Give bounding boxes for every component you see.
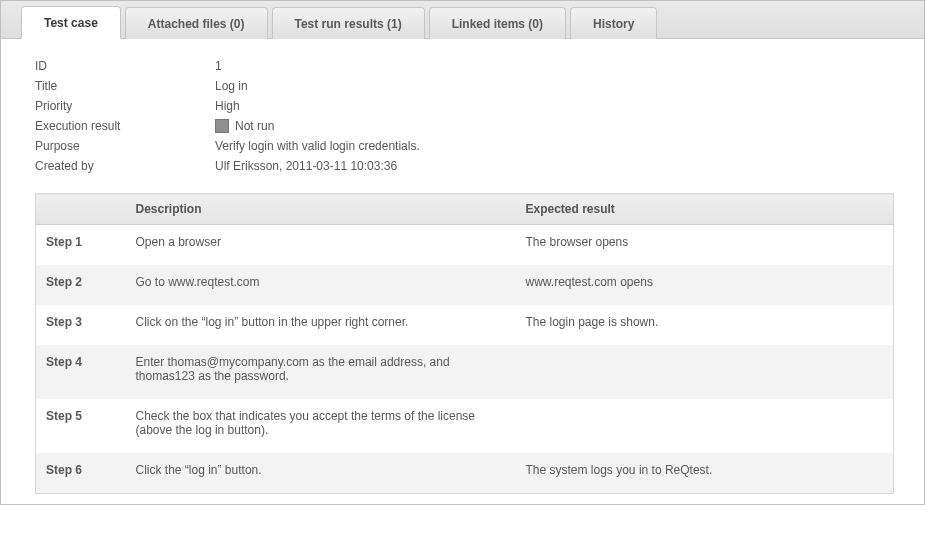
step-description: Go to www.reqtest.com [126,265,516,305]
table-row: Step 2 Go to www.reqtest.com www.reqtest… [36,265,894,305]
created-by-value: Ulf Eriksson, 2011-03-11 10:03:36 [215,159,894,173]
table-row: Step 5 Check the box that indicates you … [36,399,894,453]
step-label: Step 1 [36,225,126,266]
step-label: Step 4 [36,345,126,399]
step-expected: The login page is shown. [516,305,894,345]
table-row: Step 1 Open a browser The browser opens [36,225,894,266]
col-expected: Expected result [516,194,894,225]
steps-table: Description Expected result Step 1 Open … [35,193,894,494]
step-label: Step 3 [36,305,126,345]
title-value: Log in [215,79,894,93]
step-label: Step 6 [36,453,126,494]
step-description: Click the “log in” button. [126,453,516,494]
step-expected [516,345,894,399]
id-label: ID [35,59,215,73]
step-expected: www.reqtest.com opens [516,265,894,305]
tab-history[interactable]: History [570,7,657,39]
priority-value: High [215,99,894,113]
step-description: Enter thomas@mycompany.com as the email … [126,345,516,399]
purpose-value: Verify login with valid login credential… [215,139,894,153]
step-description: Open a browser [126,225,516,266]
step-description: Check the box that indicates you accept … [126,399,516,453]
id-value: 1 [215,59,894,73]
step-expected: The system logs you in to ReQtest. [516,453,894,494]
tab-attached-files[interactable]: Attached files (0) [125,7,268,39]
step-description: Click on the “log in” button in the uppe… [126,305,516,345]
content-area: ID 1 Title Log in Priority High Executio… [1,39,924,504]
title-label: Title [35,79,215,93]
col-description: Description [126,194,516,225]
table-row: Step 4 Enter thomas@mycompany.com as the… [36,345,894,399]
created-by-label: Created by [35,159,215,173]
priority-label: Priority [35,99,215,113]
purpose-label: Purpose [35,139,215,153]
table-row: Step 3 Click on the “log in” button in t… [36,305,894,345]
tab-bar: Test case Attached files (0) Test run re… [1,1,924,39]
execution-result-label: Execution result [35,119,215,133]
col-step [36,194,126,225]
steps-body: Step 1 Open a browser The browser opens … [36,225,894,494]
status-swatch-icon [215,119,229,133]
step-label: Step 5 [36,399,126,453]
execution-result-text: Not run [235,119,274,133]
tab-linked-items[interactable]: Linked items (0) [429,7,566,39]
step-expected: The browser opens [516,225,894,266]
tab-test-case[interactable]: Test case [21,6,121,39]
steps-header-row: Description Expected result [36,194,894,225]
execution-result-value: Not run [215,119,894,133]
tab-test-run-results[interactable]: Test run results (1) [272,7,425,39]
properties-grid: ID 1 Title Log in Priority High Executio… [35,59,894,173]
test-case-panel: Test case Attached files (0) Test run re… [0,0,925,505]
step-expected [516,399,894,453]
step-label: Step 2 [36,265,126,305]
table-row: Step 6 Click the “log in” button. The sy… [36,453,894,494]
